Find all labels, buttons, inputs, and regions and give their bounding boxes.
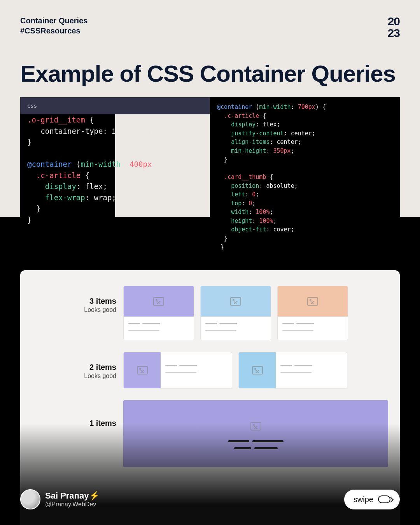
footer: Sai Pranay⚡ @Pranay.WebDev swipe: [20, 489, 400, 509]
card-body: [227, 438, 285, 452]
image-icon: [250, 422, 261, 430]
row-subtitle: Looks good: [51, 373, 116, 380]
author-name: Sai Pranay⚡: [45, 491, 100, 501]
code-right-pane: @container (min-width: 700px) { .c-artic…: [210, 97, 400, 259]
card-body: [278, 317, 348, 340]
header-hashtag: #CSSResources: [20, 26, 88, 36]
code-language-tab: css: [20, 97, 210, 114]
card: [238, 352, 347, 388]
card: [200, 286, 271, 340]
author-handle: @Pranay.WebDev: [45, 501, 100, 508]
card-thumb: [124, 352, 161, 388]
header: Container Queries #CSSResources 20 23: [0, 0, 420, 39]
row-title: 1 items: [51, 419, 116, 428]
image-icon: [230, 297, 241, 306]
row-title: 2 items: [51, 363, 116, 372]
card-thumb: [278, 286, 348, 317]
card-body: [124, 317, 194, 340]
image-icon: [153, 297, 164, 306]
row-subtitle: Looks good: [51, 306, 116, 313]
code-block: css .o-grid__item { container-type: inli…: [20, 97, 400, 259]
card: [123, 286, 194, 340]
card-body: [161, 352, 232, 388]
code-left-pane: .o-grid__item { container-type: inline-s…: [20, 114, 115, 233]
cards-2: [123, 352, 388, 388]
preview-row-2: 2 items Looks good: [51, 352, 388, 388]
preview-row-3: 3 items Looks good: [51, 286, 388, 340]
card: [123, 352, 232, 388]
preview-row-1: 1 items: [51, 400, 388, 467]
row-label: 3 items Looks good: [51, 286, 123, 313]
cards-3: [123, 286, 388, 340]
card: [123, 400, 388, 467]
image-icon: [252, 366, 263, 374]
card-thumb: [239, 352, 276, 388]
row-label: 2 items Looks good: [51, 352, 123, 380]
swipe-button[interactable]: swipe: [344, 490, 400, 509]
image-icon: [307, 297, 318, 306]
avatar: [20, 489, 40, 509]
page-title: Example of CSS Container Queries: [0, 39, 420, 97]
year-line1: 20: [388, 16, 400, 27]
row-title: 3 items: [51, 297, 116, 306]
header-left: Container Queries #CSSResources: [20, 16, 88, 39]
swipe-label: swipe: [354, 495, 373, 504]
header-topic: Container Queries: [20, 16, 88, 26]
header-year: 20 23: [388, 16, 400, 39]
image-icon: [137, 366, 148, 374]
card-body: [276, 352, 347, 388]
swipe-icon: [378, 495, 390, 503]
profile-text: Sai Pranay⚡ @Pranay.WebDev: [45, 491, 100, 508]
year-line2: 23: [388, 27, 400, 39]
row-label: 1 items: [51, 400, 123, 428]
preview-panel: 3 items Looks good 2 items Looks good: [20, 270, 400, 525]
cards-1: [123, 400, 388, 467]
card-body: [201, 317, 271, 340]
author-profile[interactable]: Sai Pranay⚡ @Pranay.WebDev: [20, 489, 100, 509]
card-thumb: [201, 286, 271, 317]
card-thumb: [124, 286, 194, 317]
card: [277, 286, 348, 340]
